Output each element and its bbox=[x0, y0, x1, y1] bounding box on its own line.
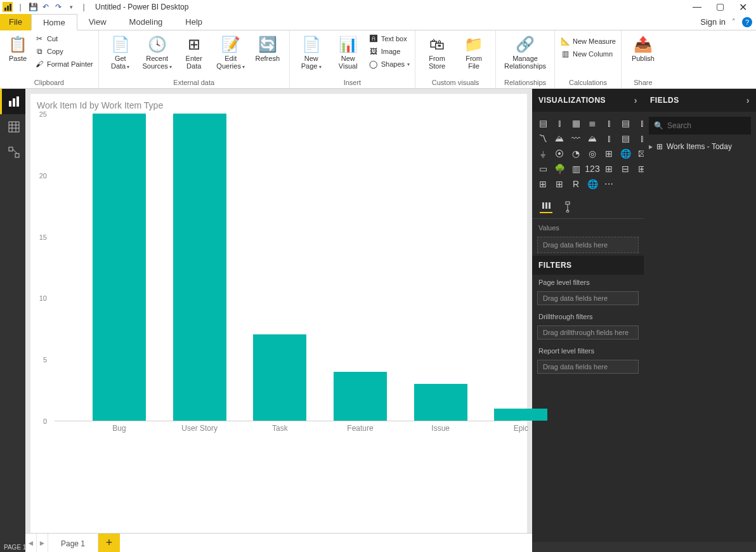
bar-bug[interactable] bbox=[93, 114, 146, 421]
viz-type-23[interactable]: ▥ bbox=[569, 162, 583, 175]
report-view-button[interactable] bbox=[0, 89, 25, 114]
image-button[interactable]: 🖼Image bbox=[368, 46, 410, 57]
new-column-button[interactable]: ▥New Column bbox=[560, 48, 616, 60]
viz-type-15[interactable]: ⦿ bbox=[552, 147, 566, 160]
text-box-button[interactable]: 🅰Text box bbox=[368, 33, 410, 44]
enter-data-button[interactable]: ⊞Enter Data bbox=[178, 32, 211, 70]
data-view-button[interactable] bbox=[0, 114, 25, 140]
visualizations-header[interactable]: VISUALIZATIONS › bbox=[532, 89, 644, 112]
cut-button[interactable]: ✂Cut bbox=[34, 33, 93, 44]
page-filters-drop[interactable]: Drag data fields here bbox=[537, 291, 639, 305]
format-tab-icon[interactable] bbox=[561, 200, 574, 213]
table-icon: ⊞ bbox=[656, 142, 663, 151]
group-clipboard: 📋 Paste ✂Cut ⧉Copy 🖌Format Painter Clipb… bbox=[0, 30, 99, 88]
new-measure-button[interactable]: 📐New Measure bbox=[560, 36, 616, 47]
collapse-viz-icon[interactable]: › bbox=[634, 95, 637, 105]
redo-icon[interactable]: ↷ bbox=[53, 2, 63, 12]
viz-type-3[interactable]: ≣ bbox=[585, 117, 599, 129]
viz-type-29[interactable]: ⊞ bbox=[552, 178, 566, 190]
minimize-button[interactable]: — bbox=[691, 1, 703, 13]
refresh-button[interactable]: 🔄Refresh bbox=[251, 32, 284, 62]
help-tab[interactable]: Help bbox=[174, 14, 214, 30]
maximize-button[interactable]: ▢ bbox=[714, 1, 726, 13]
viz-type-31[interactable]: 🌐 bbox=[585, 178, 599, 190]
bar-issue[interactable] bbox=[414, 384, 467, 421]
fields-header[interactable]: FIELDS › bbox=[644, 89, 756, 112]
bar-user-story[interactable] bbox=[173, 114, 226, 421]
workspace: Work Item Id by Work Item Type 051015202… bbox=[0, 89, 756, 542]
viz-type-11[interactable]: ⫿ bbox=[602, 132, 616, 145]
viz-type-18[interactable]: ⊞ bbox=[602, 147, 616, 160]
viz-type-22[interactable]: 🌳 bbox=[552, 162, 566, 175]
table-work-items[interactable]: ▶ ⊞ Work Items - Today bbox=[644, 140, 756, 154]
from-file-button[interactable]: 📁From File bbox=[457, 32, 490, 70]
save-icon[interactable]: 💾 bbox=[28, 2, 38, 12]
fields-search-input[interactable] bbox=[667, 121, 756, 130]
recent-sources-button[interactable]: 🕓Recent Sources ▾ bbox=[141, 32, 174, 71]
view-tab[interactable]: View bbox=[77, 14, 118, 30]
viz-type-21[interactable]: ▭ bbox=[536, 162, 550, 175]
format-painter-button[interactable]: 🖌Format Painter bbox=[34, 58, 93, 70]
viz-type-24[interactable]: 123 bbox=[585, 162, 599, 175]
viz-type-17[interactable]: ◎ bbox=[585, 147, 599, 160]
viz-type-25[interactable]: ⊞ bbox=[602, 162, 616, 175]
viz-type-4[interactable]: ⫿ bbox=[602, 117, 616, 129]
fields-tab-icon[interactable] bbox=[540, 200, 552, 213]
fields-search[interactable]: 🔍 bbox=[649, 117, 751, 135]
copy-button[interactable]: ⧉Copy bbox=[34, 46, 93, 57]
undo-icon[interactable]: ↶ bbox=[41, 2, 51, 12]
visualization-picker[interactable]: ▤⫿▦≣⫿▤⫿〽⛰〰⛰⫿▤⫿⏚⦿◔◎⊞🌐⛝▭🌳▥123⊞⊟⊞⊞⊞R🌐⋯ bbox=[532, 112, 644, 195]
help-icon[interactable]: ? bbox=[742, 17, 752, 27]
drill-filters-drop[interactable]: Drag drillthrough fields here bbox=[537, 325, 639, 339]
publish-button[interactable]: 📤Publish bbox=[627, 32, 660, 62]
collapse-fields-icon[interactable]: › bbox=[746, 95, 750, 105]
from-store-button[interactable]: 🛍From Store bbox=[420, 32, 453, 70]
new-visual-button[interactable]: 📊New Visual bbox=[332, 32, 365, 70]
viz-type-12[interactable]: ▤ bbox=[618, 132, 632, 145]
file-tab[interactable]: File bbox=[0, 14, 31, 30]
values-drop-zone[interactable]: Drag data fields here bbox=[537, 237, 639, 253]
close-button[interactable]: ✕ bbox=[737, 1, 748, 13]
group-insert: 📄New Page ▾ 📊New Visual 🅰Text box 🖼Image… bbox=[290, 30, 415, 88]
qat-dropdown-icon[interactable]: ▾ bbox=[66, 2, 76, 12]
paste-button[interactable]: 📋 Paste bbox=[5, 32, 30, 62]
chart-visual[interactable]: Work Item Id by Work Item Type 051015202… bbox=[30, 94, 527, 537]
viz-type-9[interactable]: 〰 bbox=[569, 132, 583, 145]
expand-icon[interactable]: ▶ bbox=[649, 144, 653, 150]
bar-epic[interactable] bbox=[494, 409, 547, 421]
page-tab-1[interactable]: Page 1 bbox=[48, 534, 98, 552]
viz-type-7[interactable]: 〽 bbox=[536, 132, 550, 145]
edit-queries-button[interactable]: 📝Edit Queries ▾ bbox=[214, 32, 247, 71]
viz-type-0[interactable]: ▤ bbox=[536, 117, 550, 129]
add-page-button[interactable]: + bbox=[98, 534, 120, 552]
bar-task[interactable] bbox=[253, 334, 306, 421]
viz-type-1[interactable]: ⫿ bbox=[552, 117, 566, 129]
home-tab[interactable]: Home bbox=[31, 14, 77, 30]
manage-relationships-button[interactable]: 🔗Manage Relationships bbox=[501, 32, 549, 70]
viz-type-16[interactable]: ◔ bbox=[569, 147, 583, 160]
viz-type-26[interactable]: ⊟ bbox=[618, 162, 632, 175]
viz-type-10[interactable]: ⛰ bbox=[585, 132, 599, 145]
bar-feature[interactable] bbox=[334, 372, 387, 421]
shapes-button[interactable]: ◯Shapes ▾ bbox=[368, 58, 410, 70]
report-canvas[interactable]: Work Item Id by Work Item Type 051015202… bbox=[30, 94, 527, 537]
model-view-button[interactable] bbox=[0, 140, 25, 165]
viz-type-19[interactable]: 🌐 bbox=[618, 147, 632, 160]
new-page-button[interactable]: 📄New Page ▾ bbox=[295, 32, 328, 71]
report-filters-drop[interactable]: Drag data fields here bbox=[537, 360, 639, 374]
next-page-button[interactable]: ► bbox=[37, 534, 48, 552]
viz-type-8[interactable]: ⛰ bbox=[552, 132, 566, 145]
viz-type-2[interactable]: ▦ bbox=[569, 117, 583, 129]
get-data-button[interactable]: 📄Get Data ▾ bbox=[104, 32, 137, 71]
modeling-tab[interactable]: Modeling bbox=[118, 14, 174, 30]
viz-type-14[interactable]: ⏚ bbox=[536, 147, 550, 160]
prev-page-button[interactable]: ◄ bbox=[25, 534, 37, 552]
viz-type-30[interactable]: R bbox=[569, 178, 583, 190]
report-view-icon bbox=[8, 96, 20, 107]
viz-type-28[interactable]: ⊞ bbox=[536, 178, 550, 190]
svg-rect-3 bbox=[9, 122, 19, 132]
sign-in-button[interactable]: Sign in bbox=[700, 17, 726, 27]
collapse-ribbon-icon[interactable]: ˄ bbox=[732, 18, 736, 26]
viz-type-5[interactable]: ▤ bbox=[618, 117, 632, 129]
viz-type-32[interactable]: ⋯ bbox=[602, 178, 616, 190]
